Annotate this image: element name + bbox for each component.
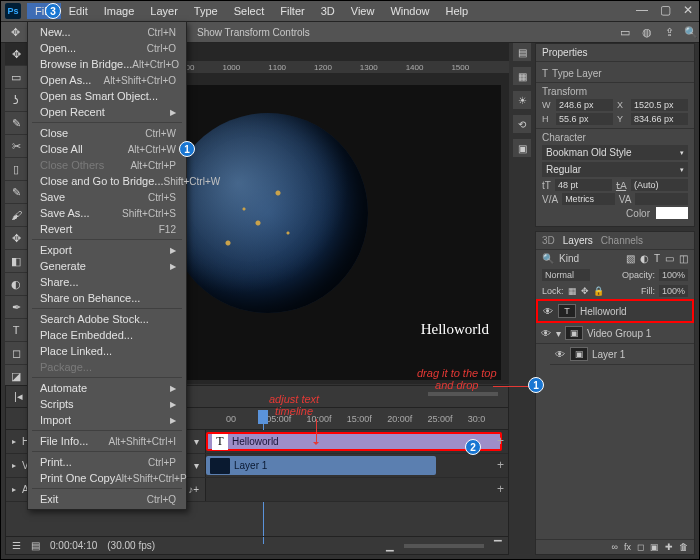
menu-3d[interactable]: 3D: [313, 3, 343, 19]
swatches-panel-icon[interactable]: ▦: [513, 67, 531, 85]
layer-fx-icon[interactable]: fx: [624, 542, 631, 552]
filter-pixel-icon[interactable]: ▧: [626, 253, 635, 264]
close-button[interactable]: ✕: [683, 3, 693, 17]
menu-item-scripts[interactable]: Scripts▶: [28, 396, 186, 412]
move-tool[interactable]: ✥: [5, 43, 27, 65]
layer-row-layer-1[interactable]: 👁▣Layer 1: [550, 344, 694, 365]
menu-item-revert[interactable]: RevertF12: [28, 221, 186, 237]
menu-select[interactable]: Select: [226, 3, 273, 19]
menu-view[interactable]: View: [343, 3, 383, 19]
new-group-icon[interactable]: ▣: [650, 542, 659, 552]
menu-item-open-as-smart-object[interactable]: Open as Smart Object...: [28, 88, 186, 104]
add-media-button[interactable]: +: [497, 458, 504, 472]
3d-mode-icon[interactable]: ◍: [639, 24, 655, 40]
brush-tool[interactable]: 🖌: [5, 204, 27, 226]
link-layers-icon[interactable]: ∞: [612, 542, 618, 552]
menu-item-close-and-go-to-bridge[interactable]: Close and Go to Bridge...Shift+Ctrl+W: [28, 173, 186, 189]
menu-item-open[interactable]: Open...Ctrl+O: [28, 40, 186, 56]
menu-item-share-on-behance[interactable]: Share on Behance...: [28, 290, 186, 306]
visibility-toggle[interactable]: 👁: [540, 328, 552, 339]
visibility-toggle[interactable]: 👁: [542, 306, 554, 317]
visibility-toggle[interactable]: 👁: [554, 349, 566, 360]
tab-layers[interactable]: Layers: [563, 235, 593, 246]
menu-window[interactable]: Window: [382, 3, 437, 19]
blend-mode-select[interactable]: Normal: [542, 269, 590, 281]
menu-item-search-adobe-stock[interactable]: Search Adobe Stock...: [28, 311, 186, 327]
font-family-select[interactable]: Bookman Old Style▾: [542, 145, 688, 160]
menu-image[interactable]: Image: [96, 3, 143, 19]
eyedropper-tool[interactable]: ✎: [5, 181, 27, 203]
menu-item-import[interactable]: Import▶: [28, 412, 186, 428]
menu-item-new[interactable]: New...Ctrl+N: [28, 24, 186, 40]
shape-tool[interactable]: ◻: [5, 342, 27, 364]
lock-position-icon[interactable]: ✥: [581, 286, 589, 296]
lock-all-icon[interactable]: ▦: [568, 286, 577, 296]
add-media-button[interactable]: +: [497, 482, 504, 496]
quick-select-tool[interactable]: ✎: [5, 112, 27, 134]
height-field[interactable]: 55.6 px: [556, 113, 613, 125]
menu-item-close[interactable]: CloseCtrl+W: [28, 125, 186, 141]
tab-3d[interactable]: 3D: [542, 235, 555, 246]
menu-item-exit[interactable]: ExitCtrl+Q: [28, 491, 186, 507]
menu-item-generate[interactable]: Generate▶: [28, 258, 186, 274]
menu-item-save[interactable]: SaveCtrl+S: [28, 189, 186, 205]
gradient-tool[interactable]: ◐: [5, 273, 27, 295]
crop-tool[interactable]: ✂: [5, 135, 27, 157]
eraser-tool[interactable]: ◧: [5, 250, 27, 272]
marquee-tool[interactable]: ▭: [5, 66, 27, 88]
zoom-slider[interactable]: [428, 392, 498, 396]
menu-item-print-one-copy[interactable]: Print One CopyAlt+Shift+Ctrl+P: [28, 470, 186, 486]
frame-mode-icon[interactable]: ▤: [31, 540, 40, 551]
filter-smart-icon[interactable]: ◫: [679, 253, 688, 264]
menu-filter[interactable]: Filter: [272, 3, 312, 19]
add-media-button[interactable]: +: [497, 434, 504, 448]
opacity-field[interactable]: 100%: [659, 269, 688, 281]
layer-row-helloworld[interactable]: 👁THelloworld: [536, 299, 694, 323]
width-field[interactable]: 248.6 px: [556, 99, 613, 111]
track-expand-icon[interactable]: ▸: [12, 437, 16, 446]
filter-type-icon[interactable]: T: [654, 253, 660, 264]
layer-row-video-group-1[interactable]: 👁▾▣Video Group 1: [536, 323, 694, 344]
fill-field[interactable]: 100%: [659, 285, 688, 297]
y-field[interactable]: 834.66 px: [631, 113, 688, 125]
menu-item-open-as[interactable]: Open As...Alt+Shift+Ctrl+O: [28, 72, 186, 88]
track-menu-icon[interactable]: ▾: [194, 436, 199, 447]
filter-adjust-icon[interactable]: ◐: [640, 253, 649, 264]
menu-item-print[interactable]: Print...Ctrl+P: [28, 454, 186, 470]
track-expand-icon[interactable]: ▸: [12, 485, 16, 494]
expand-icon[interactable]: ▾: [556, 328, 561, 339]
type-tool[interactable]: T: [5, 319, 27, 341]
menu-item-place-linked[interactable]: Place Linked...: [28, 343, 186, 359]
menu-item-open-recent[interactable]: Open Recent▶: [28, 104, 186, 120]
leading-field[interactable]: (Auto): [631, 179, 688, 191]
add-audio-icon[interactable]: ♪+: [188, 484, 199, 495]
menu-type[interactable]: Type: [186, 3, 226, 19]
timeline-zoom-out-icon[interactable]: ▁: [386, 540, 394, 551]
history-panel-icon[interactable]: ⟲: [513, 115, 531, 133]
x-field[interactable]: 1520.5 px: [631, 99, 688, 111]
filter-kind-select[interactable]: Kind: [559, 253, 579, 264]
filter-shape-icon[interactable]: ▭: [665, 253, 674, 264]
maximize-button[interactable]: ▢: [660, 3, 671, 17]
menu-item-export[interactable]: Export▶: [28, 242, 186, 258]
font-size-field[interactable]: 48 pt: [555, 179, 612, 191]
font-style-select[interactable]: Regular▾: [542, 162, 688, 177]
clip-helloworld[interactable]: THelloworld: [206, 432, 502, 451]
first-frame-button[interactable]: |◂: [14, 390, 23, 403]
colors-swatch[interactable]: ◪: [5, 365, 27, 387]
menu-item-share[interactable]: Share...: [28, 274, 186, 290]
menu-item-close-all[interactable]: Close AllAlt+Ctrl+W: [28, 141, 186, 157]
text-color-swatch[interactable]: [656, 207, 688, 219]
menu-item-place-embedded[interactable]: Place Embedded...: [28, 327, 186, 343]
menu-item-browse-in-bridge[interactable]: Browse in Bridge...Alt+Ctrl+O: [28, 56, 186, 72]
frame-tool[interactable]: ▯: [5, 158, 27, 180]
track-menu-icon[interactable]: ▾: [194, 460, 199, 471]
kerning-field[interactable]: [635, 193, 688, 205]
delete-layer-icon[interactable]: 🗑: [679, 542, 688, 552]
lasso-tool[interactable]: ʖ: [5, 89, 27, 111]
new-layer-icon[interactable]: ✚: [665, 542, 673, 552]
menu-layer[interactable]: Layer: [142, 3, 186, 19]
color-panel-icon[interactable]: ▤: [513, 43, 531, 61]
tracking-field[interactable]: Metrics: [562, 193, 615, 205]
menu-item-save-as[interactable]: Save As...Shift+Ctrl+S: [28, 205, 186, 221]
